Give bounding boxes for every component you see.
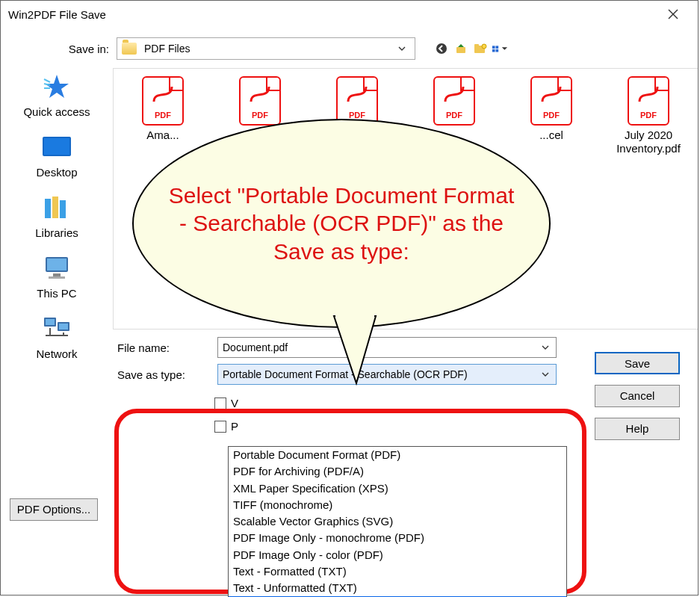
file-name: ...cel <box>539 129 563 142</box>
svg-rect-10 <box>496 49 499 52</box>
svg-rect-25 <box>46 319 55 325</box>
place-this-pc[interactable]: This PC <box>1 248 113 309</box>
svg-rect-26 <box>59 324 68 330</box>
pdf-icon: PDF <box>239 76 281 126</box>
pdf-icon: PDF <box>433 76 475 126</box>
libraries-icon <box>41 194 72 222</box>
close-button[interactable] <box>656 3 690 25</box>
svg-rect-22 <box>49 276 65 279</box>
type-option[interactable]: PDF for Archiving (PDF/A) <box>229 463 566 480</box>
save-in-row: Save in: PDF Files <box>1 34 698 64</box>
svg-rect-8 <box>496 46 499 49</box>
save-button[interactable]: Save <box>595 352 680 374</box>
file-name-label: File name: <box>113 341 210 354</box>
checkbox-icon <box>214 421 226 433</box>
network-icon <box>41 315 72 343</box>
svg-rect-20 <box>47 259 66 270</box>
dialog-buttons: Save Cancel Help <box>595 352 680 440</box>
place-quick-access[interactable]: Quick access <box>1 66 113 127</box>
place-label: Libraries <box>35 226 78 239</box>
new-folder-icon[interactable] <box>472 40 489 57</box>
svg-rect-18 <box>60 200 66 218</box>
file-list[interactable]: PDF Ama... PDF PDF <box>113 68 698 330</box>
type-option[interactable]: Scalable Vector Graphics (SVG) <box>229 513 566 530</box>
close-icon <box>668 9 678 19</box>
pdf-icon: PDF <box>336 76 378 126</box>
pdf-options-button[interactable]: PDF Options... <box>10 498 98 521</box>
type-option[interactable]: PDF Image Only - color (PDF) <box>229 547 566 563</box>
place-label: Network <box>36 347 77 360</box>
window-title: Win2PDF File Save <box>8 8 106 21</box>
folder-icon <box>122 43 137 55</box>
file-name-input[interactable]: Document.pdf <box>217 337 557 358</box>
place-label: This PC <box>37 287 76 300</box>
svg-point-2 <box>436 43 447 54</box>
type-option[interactable]: Text - Formatted (TXT) <box>229 563 566 580</box>
file-name: Ama... <box>146 129 179 142</box>
svg-rect-21 <box>53 273 61 276</box>
pdf-icon: PDF <box>530 76 572 126</box>
save-in-combo[interactable]: PDF Files <box>117 37 415 60</box>
chevron-down-icon <box>394 43 410 55</box>
file-item[interactable]: PDF ...cel <box>507 76 596 142</box>
svg-rect-17 <box>52 197 58 218</box>
quick-access-icon <box>41 72 72 101</box>
svg-rect-15 <box>44 138 69 155</box>
places-bar: Quick access Desktop Libraries This PC <box>1 64 113 542</box>
save-as-type-label: Save as type: <box>113 368 210 381</box>
save-in-label: Save in: <box>1 43 109 55</box>
file-name: July 2020 Inventory.pdf <box>604 129 693 155</box>
place-libraries[interactable]: Libraries <box>1 188 113 248</box>
this-pc-icon <box>41 254 72 282</box>
type-option[interactable]: Portable Document Format (PDF) <box>229 447 566 463</box>
svg-line-11 <box>44 79 50 82</box>
chevron-down-icon <box>539 341 551 353</box>
toolbar-icons <box>433 40 508 57</box>
save-in-value: PDF Files <box>144 43 190 55</box>
place-network[interactable]: Network <box>1 309 113 369</box>
place-label: Desktop <box>36 166 77 179</box>
svg-rect-16 <box>45 199 51 218</box>
title-bar: Win2PDF File Save <box>1 1 698 28</box>
place-desktop[interactable]: Desktop <box>1 127 113 188</box>
svg-point-6 <box>482 44 486 49</box>
up-icon[interactable] <box>453 40 469 57</box>
back-icon[interactable] <box>433 40 450 57</box>
chevron-down-icon <box>539 368 551 380</box>
type-option[interactable]: PDF Image Only - monochrome (PDF) <box>229 530 566 546</box>
pdf-icon: PDF <box>628 76 669 126</box>
checkbox-icon <box>214 398 226 409</box>
view-menu-icon[interactable] <box>492 40 508 57</box>
svg-rect-7 <box>492 46 495 49</box>
save-dialog-window: Win2PDF File Save Save in: PDF Files <box>0 0 699 596</box>
save-as-type-combo[interactable]: Portable Document Format - Searchable (O… <box>217 364 557 385</box>
help-button[interactable]: Help <box>595 418 680 440</box>
type-option[interactable]: XML Paper Specification (XPS) <box>229 480 566 497</box>
file-item[interactable]: PDF July 2020 Inventory.pdf <box>604 76 693 155</box>
svg-rect-3 <box>456 47 465 53</box>
file-item[interactable]: PDF <box>312 76 402 129</box>
type-option[interactable]: TIFF (monochrome) <box>229 497 566 513</box>
save-as-type-dropdown[interactable]: Portable Document Format (PDF) PDF for A… <box>228 446 567 597</box>
file-item[interactable]: PDF <box>409 76 499 129</box>
file-item[interactable]: PDF <box>215 76 305 129</box>
svg-rect-5 <box>474 44 479 46</box>
type-option[interactable]: Text - Unformatted (TXT) <box>229 580 566 596</box>
place-label: Quick access <box>23 105 90 118</box>
file-item[interactable]: PDF Ama... <box>118 76 208 142</box>
svg-rect-9 <box>492 49 495 52</box>
cancel-button[interactable]: Cancel <box>595 385 680 407</box>
pdf-icon: PDF <box>142 76 184 126</box>
desktop-icon <box>41 133 72 161</box>
